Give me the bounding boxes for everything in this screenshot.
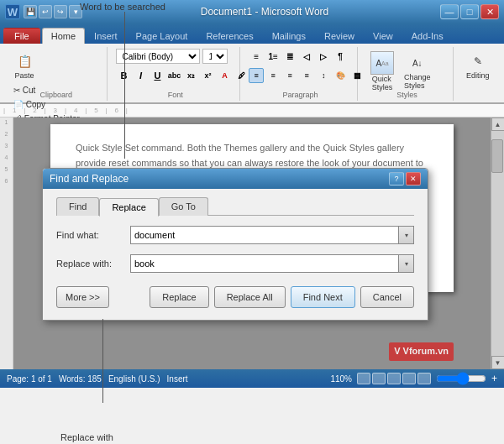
multilevel-button[interactable]: ≣ (282, 49, 297, 64)
tab-insert[interactable]: Insert (85, 28, 127, 44)
find-what-row: Find what: ▾ (56, 226, 414, 244)
cancel-button[interactable]: Cancel (360, 286, 414, 308)
minimize-button[interactable]: — (440, 4, 459, 19)
tab-addins[interactable]: Add-Ins (402, 28, 453, 44)
dialog-title-buttons: ? ✕ (389, 172, 421, 185)
tab-page-layout[interactable]: Page Layout (127, 28, 197, 44)
font-controls: Calibri (Body) 11 B I U abc x₂ x² A 🖊 (116, 49, 249, 83)
status-bar: Page: 1 of 1 Words: 185 English (U.S.) I… (0, 369, 504, 388)
shading-button[interactable]: 🎨 (333, 68, 348, 83)
dialog-title-bar: Find and Replace ? ✕ (43, 169, 428, 189)
ribbon-group-font: Calibri (Body) 11 B I U abc x₂ x² A 🖊 Fo… (111, 47, 240, 101)
editing-button[interactable]: ✎ Editing (462, 49, 494, 82)
ribbon-group-editing: ✎ Editing (457, 47, 499, 101)
dialog-help-button[interactable]: ? (389, 172, 404, 185)
quick-styles-icon: AAa (370, 51, 394, 75)
numbering-button[interactable]: 1≡ (265, 49, 281, 64)
quick-styles-button[interactable]: AAa QuickStyles (366, 49, 398, 94)
ribbon-tabs: File Home Insert Page Layout References … (0, 24, 504, 44)
change-styles-label: ChangeStyles (404, 73, 431, 90)
copy-button[interactable]: 📄 Copy (10, 98, 83, 111)
dialog-close-button[interactable]: ✕ (406, 172, 421, 185)
strikethrough-button[interactable]: abc (166, 68, 181, 83)
ribbon-group-clipboard: 📋 Paste ✂ Cut 📄 Copy 🖌 Format Painter Cl… (5, 47, 108, 101)
align-center-button[interactable]: ≡ (265, 68, 281, 83)
status-bar-right: 110% + (330, 373, 497, 384)
dialog-overlay: Find and Replace ? ✕ Find Replace Go To (0, 118, 504, 369)
find-next-button[interactable]: Find Next (291, 286, 355, 308)
tab-find[interactable]: Find (56, 197, 99, 216)
quick-access-more[interactable]: ▾ (69, 5, 82, 18)
replace-button[interactable]: Replace (150, 286, 208, 308)
maximize-button[interactable]: □ (460, 4, 479, 19)
find-dropdown-btn[interactable]: ▾ (399, 226, 414, 244)
zoom-slider[interactable] (436, 373, 486, 384)
window-controls: — □ ✕ (440, 4, 499, 19)
zoom-info: 110% (330, 374, 352, 384)
save-quick-btn[interactable]: 💾 (24, 5, 37, 18)
find-input-wrap: ▾ (130, 226, 414, 244)
decrease-indent-button[interactable]: ◁ (299, 49, 314, 64)
change-styles-button[interactable]: A↓ ChangeStyles (400, 50, 435, 92)
bold-button[interactable]: B (116, 68, 131, 83)
replace-dropdown-btn[interactable]: ▾ (399, 254, 414, 273)
ribbon: 📋 Paste ✂ Cut 📄 Copy 🖌 Format Painter Cl… (0, 44, 504, 104)
tab-home[interactable]: Home (42, 28, 85, 44)
view-btn-2[interactable] (372, 373, 386, 384)
align-left-button[interactable]: ≡ (249, 68, 264, 83)
more-button[interactable]: More >> (56, 286, 109, 308)
tab-mailings[interactable]: Mailings (263, 28, 315, 44)
redo-quick-btn[interactable]: ↪ (54, 5, 67, 18)
view-btn-5[interactable] (417, 373, 431, 384)
tab-file[interactable]: File (3, 28, 40, 44)
quick-styles-label: QuickStyles (372, 75, 393, 91)
undo-quick-btn[interactable]: ↩ (39, 5, 52, 18)
view-btn-4[interactable] (402, 373, 416, 384)
replace-with-row: Replace with: ▾ (56, 254, 414, 273)
align-right-button[interactable]: ≡ (282, 68, 297, 83)
justify-button[interactable]: ≡ (299, 68, 314, 83)
title-bar: W 💾 ↩ ↪ ▾ Document1 - Microsoft Word — □… (0, 0, 504, 24)
tab-replace[interactable]: Replace (99, 198, 158, 217)
language-info: English (U.S.) (108, 374, 160, 384)
word-icon: W (5, 4, 20, 19)
page-info: Page: 1 of 1 (7, 374, 52, 384)
document-area: 123456 Quick Style Set command. Both the… (0, 118, 504, 369)
bullets-button[interactable]: ≡ (249, 49, 264, 64)
words-info: Words: 185 (59, 374, 102, 384)
font-color-button[interactable]: A (217, 68, 232, 83)
replace-input-wrap: ▾ (130, 254, 414, 273)
close-button[interactable]: ✕ (480, 4, 499, 19)
line-spacing-button[interactable]: ↕ (316, 68, 331, 83)
paragraph-buttons: ≡ 1≡ ≣ ◁ ▷ ¶ ≡ ≡ ≡ ≡ ↕ 🎨 ▦ (249, 49, 365, 83)
subscript-button[interactable]: x₂ (183, 68, 198, 83)
zoom-plus[interactable]: + (491, 373, 497, 384)
styles-buttons: AAa QuickStyles A↓ ChangeStyles (366, 49, 435, 94)
underline-button[interactable]: U (150, 68, 165, 83)
tab-references[interactable]: References (197, 28, 262, 44)
tab-goto[interactable]: Go To (159, 197, 208, 216)
show-hide-button[interactable]: ¶ (333, 49, 348, 64)
font-name-select[interactable]: Calibri (Body) (116, 49, 200, 64)
replace-all-button[interactable]: Replace All (214, 286, 286, 308)
tab-view[interactable]: View (364, 28, 402, 44)
increase-indent-button[interactable]: ▷ (316, 49, 331, 64)
paragraph-label: Paragraph (244, 91, 357, 99)
dialog-content: Find Replace Go To Find what: ▾ Replace … (43, 189, 428, 320)
superscript-button[interactable]: x² (200, 68, 215, 83)
paste-icon: 📋 (14, 51, 34, 71)
paste-button[interactable]: 📋 Paste (10, 49, 39, 82)
italic-button[interactable]: I (133, 68, 148, 83)
ribbon-group-styles: AAa QuickStyles A↓ ChangeStyles Styles (361, 47, 454, 101)
annotation-replace-with: Replace with (60, 432, 113, 442)
clipboard-label: Clipboard (5, 91, 107, 99)
view-btn-3[interactable] (387, 373, 401, 384)
styles-label: Styles (361, 91, 453, 99)
replace-with-input[interactable] (130, 254, 399, 273)
view-btn-1[interactable] (357, 373, 370, 384)
editing-icon: ✎ (468, 51, 488, 71)
find-what-input[interactable] (130, 226, 399, 244)
find-label: Find what: (56, 230, 123, 240)
tab-review[interactable]: Review (315, 28, 364, 44)
font-size-select[interactable]: 11 (202, 49, 228, 64)
